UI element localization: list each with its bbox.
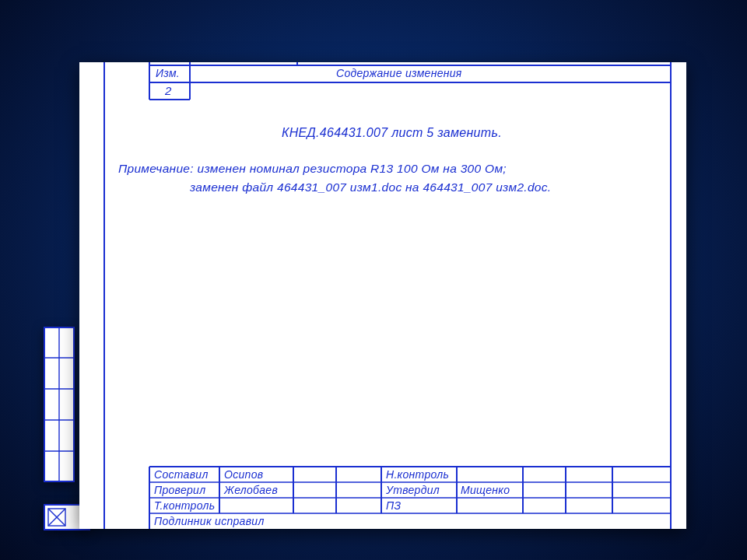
footer-name-1: Желобаев [224,484,278,496]
header-col-change: Изм. [156,67,180,79]
slide-stage: Изм. Содержание изменения 2 КНЕД.464431.… [39,47,708,537]
footer-bottom-line: Подлинник исправил [154,515,265,527]
body-note-line1: Примечание: изменен номинал резистора R1… [118,162,507,176]
footer-role-1: Проверил [154,484,205,496]
footer-role2-1: Утвердил [386,484,440,496]
footer-role-0: Составил [154,468,209,481]
footer-name-0: Осипов [224,468,263,481]
side-margin-block [44,327,75,482]
body-note-line2: заменен файл 464431_007 изм1.doc на 4644… [190,180,551,194]
header-col-content: Содержание изменения [336,67,462,79]
header-change-number: 2 [165,84,172,97]
footer-role2-2: ПЗ [386,499,401,512]
body-title: КНЕД.464431.007 лист 5 заменить. [282,126,502,140]
footer-role-2: Т.контроль [154,499,215,512]
document-sheet: Изм. Содержание изменения 2 КНЕД.464431.… [79,62,686,529]
footer-name2-1: Мищенко [461,484,510,496]
footer-role2-0: Н.контроль [386,468,449,481]
